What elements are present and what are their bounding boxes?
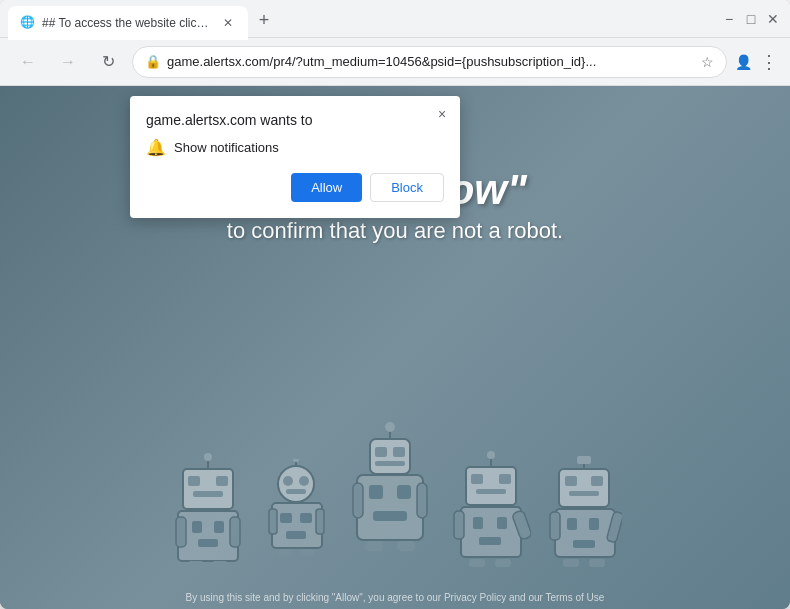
svg-rect-67 xyxy=(567,518,577,530)
url-bar-actions: ☆ xyxy=(701,54,714,70)
svg-rect-6 xyxy=(178,511,238,561)
tab-close-button[interactable]: ✕ xyxy=(220,15,236,31)
svg-rect-26 xyxy=(300,513,312,523)
svg-point-47 xyxy=(487,451,495,459)
svg-rect-56 xyxy=(559,469,609,507)
svg-rect-55 xyxy=(479,537,501,545)
maximize-button[interactable]: □ xyxy=(742,10,760,28)
url-bar[interactable]: 🔒 game.alertsx.com/pr4/?utm_medium=10456… xyxy=(132,46,727,78)
svg-rect-57 xyxy=(565,476,577,486)
forward-button[interactable]: → xyxy=(52,46,84,78)
svg-rect-59 xyxy=(569,491,599,496)
bookmark-icon[interactable]: ☆ xyxy=(701,54,714,70)
svg-rect-48 xyxy=(461,507,521,557)
page-content: Click "Allow" to confirm that you are no… xyxy=(0,86,790,609)
bell-icon: 🔔 xyxy=(146,138,166,157)
popup-close-button[interactable]: × xyxy=(432,104,452,124)
svg-rect-69 xyxy=(573,540,595,548)
tab-bar: 🌐 ## To access the website click th ✕ + xyxy=(8,2,706,36)
svg-rect-0 xyxy=(183,469,233,509)
svg-rect-38 xyxy=(397,541,415,551)
browser-window: 🌐 ## To access the website click th ✕ + … xyxy=(0,0,790,609)
svg-rect-36 xyxy=(417,483,427,518)
popup-buttons: Allow Block xyxy=(146,173,444,202)
svg-rect-42 xyxy=(466,467,516,505)
svg-rect-11 xyxy=(192,521,202,533)
svg-rect-9 xyxy=(188,561,204,569)
svg-rect-66 xyxy=(589,559,605,567)
svg-rect-61 xyxy=(577,456,591,464)
svg-point-16 xyxy=(299,476,309,486)
svg-rect-29 xyxy=(375,447,387,457)
browser-menu-button[interactable]: ⋮ xyxy=(760,51,778,73)
svg-rect-23 xyxy=(278,549,292,556)
svg-rect-3 xyxy=(193,491,223,497)
notification-popup: × game.alertsx.com wants to 🔔 Show notif… xyxy=(130,96,460,218)
address-bar: ← → ↻ 🔒 game.alertsx.com/pr4/?utm_medium… xyxy=(0,38,790,86)
svg-rect-21 xyxy=(269,509,277,534)
footer-text: By using this site and by clicking "Allo… xyxy=(186,592,605,603)
svg-rect-64 xyxy=(550,512,560,540)
svg-rect-17 xyxy=(286,489,306,494)
svg-rect-34 xyxy=(357,475,423,540)
tab-title: ## To access the website click th xyxy=(42,16,214,30)
svg-rect-7 xyxy=(176,517,186,547)
svg-rect-40 xyxy=(397,485,411,499)
svg-rect-41 xyxy=(373,511,407,521)
svg-rect-12 xyxy=(214,521,224,533)
minimize-button[interactable]: − xyxy=(720,10,738,28)
lock-icon: 🔒 xyxy=(145,54,161,69)
svg-rect-53 xyxy=(473,517,483,529)
popup-permission-row: 🔔 Show notifications xyxy=(146,138,444,157)
svg-rect-65 xyxy=(563,559,579,567)
robot-1 xyxy=(168,439,248,569)
svg-rect-13 xyxy=(198,539,218,547)
title-bar: 🌐 ## To access the website click th ✕ + … xyxy=(0,0,790,38)
title-bar-controls: − □ ✕ xyxy=(720,10,782,28)
svg-rect-54 xyxy=(497,517,507,529)
back-button[interactable]: ← xyxy=(12,46,44,78)
svg-rect-2 xyxy=(216,476,228,486)
svg-rect-27 xyxy=(286,531,306,539)
svg-rect-68 xyxy=(589,518,599,530)
svg-rect-30 xyxy=(393,447,405,457)
svg-rect-35 xyxy=(353,483,363,518)
svg-point-5 xyxy=(204,453,212,461)
svg-rect-39 xyxy=(369,485,383,499)
account-icon[interactable]: 👤 xyxy=(735,54,752,70)
svg-rect-50 xyxy=(454,511,464,539)
close-button[interactable]: ✕ xyxy=(764,10,782,28)
url-text: game.alertsx.com/pr4/?utm_medium=10456&p… xyxy=(167,54,695,69)
svg-rect-24 xyxy=(300,549,314,556)
svg-rect-44 xyxy=(499,474,511,484)
permission-text: Show notifications xyxy=(174,140,279,155)
robot-2 xyxy=(264,459,329,569)
refresh-button[interactable]: ↻ xyxy=(92,46,124,78)
popup-title: game.alertsx.com wants to xyxy=(146,112,444,128)
svg-point-14 xyxy=(278,466,314,502)
svg-rect-37 xyxy=(365,541,383,551)
svg-rect-10 xyxy=(212,561,228,569)
svg-rect-1 xyxy=(188,476,200,486)
robot-4 xyxy=(451,439,531,569)
allow-button[interactable]: Allow xyxy=(291,173,362,202)
new-tab-button[interactable]: + xyxy=(250,7,278,35)
robot-3 xyxy=(345,419,435,569)
svg-rect-45 xyxy=(476,489,506,494)
svg-rect-62 xyxy=(555,509,615,557)
svg-rect-43 xyxy=(471,474,483,484)
svg-rect-20 xyxy=(272,503,322,548)
tab-favicon: 🌐 xyxy=(20,15,36,31)
robots-illustration xyxy=(168,419,622,569)
robot-5 xyxy=(547,444,622,569)
svg-rect-22 xyxy=(316,509,324,534)
svg-rect-25 xyxy=(280,513,292,523)
block-button[interactable]: Block xyxy=(370,173,444,202)
svg-rect-8 xyxy=(230,517,240,547)
svg-point-33 xyxy=(385,422,395,432)
svg-rect-58 xyxy=(591,476,603,486)
svg-rect-31 xyxy=(375,461,405,466)
confirm-text: to confirm that you are not a robot. xyxy=(227,218,563,244)
active-tab[interactable]: 🌐 ## To access the website click th ✕ xyxy=(8,6,248,40)
svg-point-19 xyxy=(293,459,299,462)
